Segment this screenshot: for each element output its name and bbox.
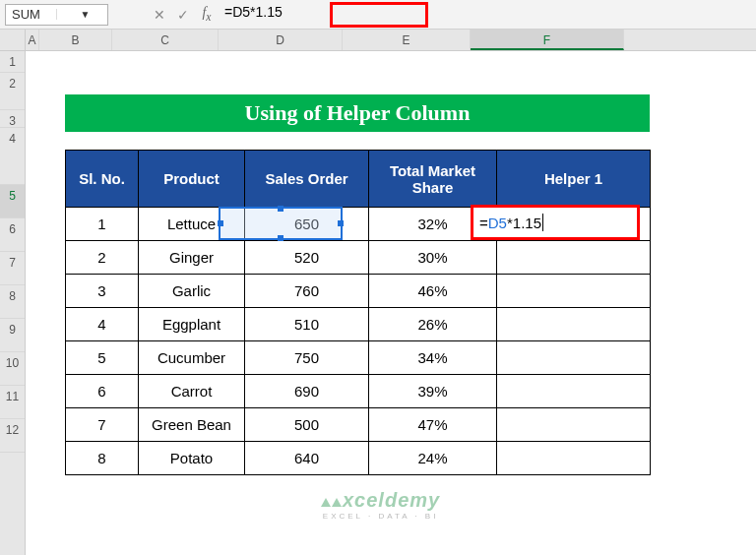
col-header-e[interactable]: E — [343, 30, 471, 50]
active-editing-cell[interactable]: =D5*1.15 — [471, 205, 640, 240]
header-market-share[interactable]: Total Market Share — [369, 151, 497, 208]
formula-prefix: = — [479, 215, 488, 231]
col-header-f[interactable]: F — [471, 30, 624, 50]
col-header-c[interactable]: C — [112, 30, 219, 50]
header-sales-order[interactable]: Sales Order — [245, 151, 369, 208]
row-header-8[interactable]: 8 — [0, 285, 25, 319]
select-all-corner[interactable] — [0, 30, 25, 51]
table-row: 2Ginger52030% — [66, 241, 651, 275]
row-header-2[interactable]: 2 — [0, 73, 25, 110]
col-header-d[interactable]: D — [219, 30, 343, 50]
table-row: 3Garlic76046% — [66, 275, 651, 308]
row-header-3[interactable]: 3 — [0, 110, 25, 128]
fx-icon[interactable]: fx — [195, 5, 219, 24]
column-headers: A B C D E F — [26, 30, 756, 51]
name-box[interactable]: SUM ▼ — [5, 4, 108, 26]
text-caret — [542, 214, 543, 231]
row-header-11[interactable]: 11 — [0, 386, 25, 419]
formula-reference: D5 — [488, 215, 507, 231]
dropdown-icon[interactable]: ▼ — [56, 9, 107, 20]
col-header-a[interactable]: A — [26, 30, 39, 50]
header-helper1[interactable]: Helper 1 — [497, 151, 651, 208]
row-header-1[interactable]: 1 — [0, 51, 25, 73]
row-headers: 1 2 3 4 5 6 7 8 9 10 11 12 — [0, 30, 26, 555]
row-header-9[interactable]: 9 — [0, 319, 25, 352]
formula-suffix: *1.15 — [507, 215, 541, 231]
table-row: 5Cucumber75034% — [66, 341, 651, 375]
row-header-7[interactable]: 7 — [0, 252, 25, 285]
row-header-12[interactable]: 12 — [0, 419, 25, 453]
row-header-6[interactable]: 6 — [0, 218, 25, 252]
table-row: 4Eggplant51026% — [66, 308, 651, 341]
row-header-4[interactable]: 4 — [0, 128, 25, 185]
header-product[interactable]: Product — [139, 151, 245, 208]
watermark: xceldemy EXCEL · DATA · BI — [321, 489, 440, 521]
col-header-b[interactable]: B — [39, 30, 112, 50]
row-header-10[interactable]: 10 — [0, 352, 25, 386]
title-banner: Using of Helper Column — [65, 94, 650, 132]
cancel-icon[interactable]: ✕ — [148, 7, 171, 23]
data-table: Sl. No. Product Sales Order Total Market… — [65, 150, 651, 475]
formula-bar: SUM ▼ ✕ ✓ fx =D5*1.15 — [0, 0, 756, 30]
name-box-value: SUM — [6, 7, 56, 22]
row-header-5[interactable]: 5 — [0, 185, 25, 218]
header-slno[interactable]: Sl. No. — [66, 151, 139, 208]
table-row: 6Carrot69039% — [66, 375, 651, 408]
table-header-row: Sl. No. Product Sales Order Total Market… — [66, 151, 651, 208]
table-row: 7Green Bean50047% — [66, 408, 651, 442]
enter-icon[interactable]: ✓ — [171, 7, 195, 23]
table-row: 8Potato64024% — [66, 442, 651, 475]
formula-input[interactable]: =D5*1.15 — [219, 4, 756, 26]
